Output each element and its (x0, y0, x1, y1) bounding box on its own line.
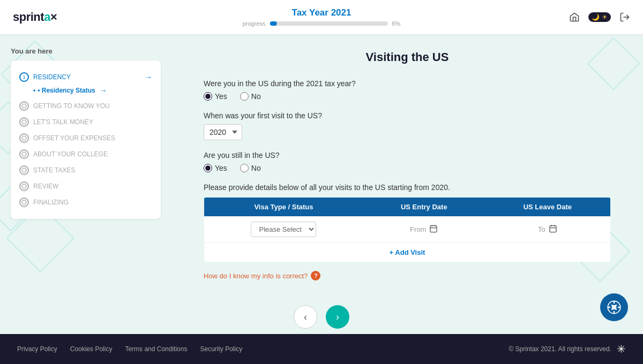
q3-yes-option[interactable]: Yes (204, 164, 227, 172)
footer-copyright: © Sprintax 2021. All rights reserved. (509, 345, 611, 353)
footer-privacy[interactable]: Privacy Policy (17, 345, 57, 353)
sidebar-sub-residency-status[interactable]: • • Residency Status → (33, 85, 152, 98)
nav-buttons: ‹ › (0, 294, 643, 334)
col-entry-date: US Entry Date (363, 198, 485, 217)
first-visit-year-select[interactable]: 2018 2019 2020 2021 (204, 124, 242, 140)
moon-icon: 🌙 (592, 13, 600, 21)
main-content: You are here 1 RESIDENCY → • • Residency… (0, 34, 643, 294)
section-title: Visiting the US (204, 50, 611, 64)
college-step-icon (19, 149, 29, 159)
prev-button[interactable]: ‹ (294, 305, 317, 329)
home-button[interactable] (569, 12, 580, 22)
state-label: STATE TAXES (33, 166, 75, 174)
sidebar-item-review[interactable]: REVIEW (19, 178, 152, 194)
header-icons: 🌙 ☀ (569, 12, 630, 22)
svg-point-7 (22, 200, 26, 204)
progress-label: progress (243, 20, 266, 27)
you-are-here-label: You are here (11, 47, 161, 55)
svg-point-4 (22, 152, 26, 156)
money-step-icon (19, 117, 29, 127)
sub-arrow: → (100, 86, 107, 95)
visa-type-cell: Please Select (204, 216, 363, 243)
visa-type-select[interactable]: Please Select (251, 222, 316, 237)
q3-yes-label: Yes (215, 164, 227, 172)
leave-calendar-icon[interactable] (549, 224, 557, 234)
visits-table: Visa Type / Status US Entry Date US Leav… (204, 197, 611, 262)
entry-from-label: From (410, 225, 426, 233)
q1-yes-label: Yes (215, 92, 227, 101)
sidebar-item-about-college[interactable]: ABOUT YOUR COLLEGE (19, 146, 152, 162)
q1-yes-radio[interactable] (204, 92, 212, 101)
table-row: Please Select From (204, 216, 611, 243)
svg-point-2 (22, 120, 26, 124)
info-link[interactable]: How do I know my info is correct? ? (204, 271, 611, 280)
residency-arrow: → (145, 73, 152, 81)
svg-rect-12 (550, 226, 556, 232)
theme-toggle[interactable]: 🌙 ☀ (588, 12, 611, 22)
sidebar-item-getting-to-know[interactable]: GETTING TO KNOW YOU (19, 98, 152, 114)
q2-label: When was your first visit to the US? (204, 111, 611, 120)
progress-percent: 6% (392, 20, 400, 27)
logout-button[interactable] (619, 12, 630, 22)
getting-step-icon (19, 101, 29, 111)
sidebar-item-finalizing[interactable]: FINALIZING (19, 194, 152, 210)
footer-security[interactable]: Security Policy (200, 345, 242, 353)
q3-no-radio[interactable] (240, 164, 249, 172)
sidebar-item-residency[interactable]: 1 RESIDENCY → (19, 69, 152, 85)
footer-logo-icon: ✳ (617, 343, 626, 355)
svg-point-1 (22, 104, 26, 108)
leave-to-label: To (538, 225, 545, 233)
progress-wrapper: progress 6% (243, 20, 401, 27)
q1-yes-option[interactable]: Yes (204, 92, 227, 101)
add-visit-cell[interactable]: + Add Visit (204, 243, 611, 262)
q1-radio-group: Yes No (204, 92, 611, 101)
progress-bar-outer (270, 21, 387, 26)
q3-no-label: No (251, 164, 261, 172)
money-label: LET'S TALK MONEY (33, 118, 93, 126)
entry-calendar-icon[interactable] (429, 224, 438, 234)
review-label: REVIEW (33, 183, 58, 190)
logout-icon (619, 12, 630, 22)
finalizing-label: FINALIZING (33, 199, 69, 206)
footer-cookies[interactable]: Cookies Policy (70, 345, 113, 353)
footer-terms[interactable]: Terms and Conditions (125, 345, 187, 353)
footer-links: Privacy Policy Cookies Policy Terms and … (17, 345, 242, 353)
svg-point-6 (22, 184, 26, 188)
q1-no-option[interactable]: No (240, 92, 261, 101)
finalizing-step-icon (19, 198, 29, 207)
q3-no-option[interactable]: No (240, 164, 261, 172)
info-icon: ? (311, 271, 320, 280)
help-button[interactable] (600, 293, 628, 321)
svg-point-5 (22, 168, 26, 172)
sidebar-item-lets-talk-money[interactable]: LET'S TALK MONEY (19, 114, 152, 130)
q3-yes-radio[interactable] (204, 164, 212, 172)
svg-rect-8 (430, 226, 437, 232)
sidebar-item-state-taxes[interactable]: STATE TAXES (19, 162, 152, 178)
q3-label: Are you still in the US? (204, 151, 611, 160)
q1-no-radio[interactable] (240, 92, 249, 101)
footer-right: © Sprintax 2021. All rights reserved. ✳ (509, 343, 626, 355)
svg-point-3 (22, 136, 26, 140)
col-leave-date: US Leave Date (485, 198, 611, 217)
q1-no-label: No (251, 92, 261, 101)
sun-icon: ☀ (602, 13, 608, 21)
residency-step-icon: 1 (19, 72, 29, 82)
table-intro: Please provide details below of all your… (204, 183, 611, 192)
add-visit-row[interactable]: + Add Visit (204, 243, 611, 262)
q1-label: Were you in the US during the 2021 tax y… (204, 79, 611, 88)
logo: sprinta× (13, 10, 57, 24)
state-step-icon (19, 165, 29, 175)
help-icon (607, 300, 622, 315)
offset-step-icon (19, 133, 29, 143)
info-link-text: How do I know my info is correct? (204, 272, 308, 280)
next-button[interactable]: › (326, 305, 349, 329)
sidebar-item-offset-expenses[interactable]: OFFSET YOUR EXPENSES (19, 130, 152, 146)
residency-label: RESIDENCY (33, 73, 71, 81)
home-icon (569, 12, 580, 22)
q2-block: When was your first visit to the US? 201… (204, 111, 611, 140)
header-center: Tax Year 2021 progress 6% (243, 7, 401, 27)
sidebar: You are here 1 RESIDENCY → • • Residency… (0, 34, 171, 294)
col-visa-status: Visa Type / Status (204, 198, 363, 217)
next-icon: › (336, 312, 339, 323)
getting-label: GETTING TO KNOW YOU (33, 102, 110, 110)
